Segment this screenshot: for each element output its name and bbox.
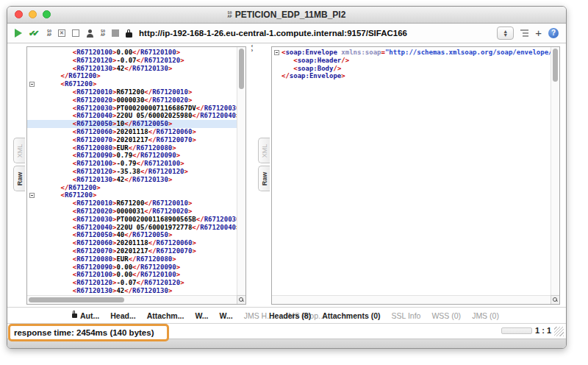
xml-line[interactable]: <R671200> xyxy=(27,80,237,88)
xml-line[interactable]: <R67120120>-0.07</R67120120> xyxy=(27,279,237,287)
help-button[interactable]: ? xyxy=(548,28,559,38)
xml-line[interactable]: <R67120130>42</R67120130> xyxy=(27,176,237,184)
side-tab-xml[interactable]: XML xyxy=(13,138,25,163)
validate-icon[interactable]: ✔✔ xyxy=(29,29,40,38)
request-xml-editor[interactable]: <R67120100>0.00</R67120100> <R67120120>-… xyxy=(26,46,246,305)
xml-line[interactable]: <R67120070>20201217</R67120070> xyxy=(27,247,237,255)
response-side-tabs: XMLRaw xyxy=(258,46,271,305)
soap-action-icon[interactable] xyxy=(47,29,51,37)
side-tab-raw[interactable]: Raw xyxy=(258,166,270,191)
collapse-handle-icon[interactable]: ‹› xyxy=(251,44,253,53)
image-box-icon[interactable]: ✕ xyxy=(58,29,65,37)
xml-line[interactable]: <soap:Envelope xmlns:soap="http://schema… xyxy=(272,49,551,57)
xml-line[interactable]: <R67120080>EUR</R67120080> xyxy=(27,255,237,263)
scroll-thumb[interactable] xyxy=(239,49,244,89)
fold-toggle-icon[interactable] xyxy=(274,50,279,55)
request-xml-code[interactable]: <R67120100>0.00</R67120100> <R67120120>-… xyxy=(27,49,237,296)
xml-line[interactable]: <soap:Header/> xyxy=(272,57,551,65)
response-bottom-tabs: Headers (8)Attachments (0)SSL InfoWSS (0… xyxy=(269,308,499,323)
xml-line[interactable]: <R67120080>EUR</R67120080> xyxy=(27,144,237,152)
xml-line[interactable]: <R67120070>20201217</R67120070> xyxy=(27,136,237,144)
xml-line[interactable]: </soap:Envelope> xyxy=(272,72,551,80)
xml-line[interactable]: <R67120090>0.00</R67120090> xyxy=(27,263,237,272)
gray-square-icon[interactable] xyxy=(112,29,119,37)
xml-line[interactable]: <R671200> xyxy=(27,191,237,199)
xml-line[interactable]: <R67120100>0.00</R67120100> xyxy=(27,49,237,57)
xml-line[interactable]: <soap:Body/> xyxy=(272,65,551,73)
request-side-tabs: XMLRaw xyxy=(13,46,26,305)
xml-line[interactable]: <R67120120>-35.38</R67120120> xyxy=(27,168,237,176)
xml-line[interactable]: <R67120050>40</R67120050> xyxy=(27,231,237,239)
user-icon[interactable] xyxy=(86,29,94,38)
side-tab-raw[interactable]: Raw xyxy=(13,166,25,191)
tab-wss-0[interactable]: WSS (0) xyxy=(431,311,461,320)
response-time-text: response time: 2454ms (140 bytes) xyxy=(14,328,154,337)
xml-line[interactable]: <R67120130>42</R67120130> xyxy=(27,65,237,73)
xml-line[interactable]: <R67120060>20201118</R67120060> xyxy=(27,128,237,136)
xml-line[interactable]: <R67120010>R671200</R67120010> xyxy=(27,88,237,96)
xml-line[interactable]: <R67120010>R671200</R67120010> xyxy=(27,199,237,208)
endpoint-url[interactable]: http://ip-192-168-1-26.eu-central-1.comp… xyxy=(139,29,407,38)
tab-w[interactable]: W... xyxy=(220,311,233,320)
empty-box-icon[interactable] xyxy=(72,29,79,37)
lock-icon xyxy=(72,313,77,318)
window-title: PETICION_EDP_11MB_PI2 xyxy=(235,10,346,20)
progress-bar xyxy=(501,327,532,334)
tab-headers-8[interactable]: Headers (8) xyxy=(269,311,311,320)
xml-line[interactable]: <R67120020>0000031</R67120020> xyxy=(27,208,237,216)
bottom-tabs-row: Aut...Head...Attachm...W...W...JMS H...J… xyxy=(7,307,566,324)
tab-w[interactable]: W... xyxy=(195,311,208,320)
soap-icon[interactable] xyxy=(101,29,105,37)
response-vertical-scrollbar[interactable] xyxy=(551,47,559,296)
xml-line[interactable]: <R67120040>220U 05/60001972778</R6712004… xyxy=(27,224,237,232)
request-vertical-scrollbar[interactable] xyxy=(237,47,245,296)
resize-grip[interactable] xyxy=(554,327,564,336)
xml-line[interactable]: <R67120030>PT0002000071166867DV</R671200… xyxy=(27,104,237,113)
tab-head[interactable]: Head... xyxy=(110,311,135,320)
xml-line[interactable]: <R67120120>-0.07</R67120120> xyxy=(27,57,237,65)
xml-line[interactable]: <R67120100>0.00</R67120100> xyxy=(27,271,237,279)
soapui-request-window: PETICION_EDP_11MB_PI2 ✔✔ ✕ http://ip-192… xyxy=(7,6,567,349)
window-titlebar[interactable]: PETICION_EDP_11MB_PI2 xyxy=(7,7,566,24)
xml-line[interactable]: </R671200> xyxy=(27,72,237,80)
xml-line[interactable]: <R67120020>0000030</R67120020> xyxy=(27,96,237,104)
scroll-thumb[interactable] xyxy=(29,297,124,302)
tab-attachments-0[interactable]: Attachments (0) xyxy=(322,311,380,320)
magnifier-icon[interactable] xyxy=(237,295,245,304)
xml-line[interactable]: </R671200> xyxy=(27,184,237,192)
request-toolbar: ✔✔ ✕ http://ip-192-168-1-26.eu-central-1… xyxy=(7,24,566,43)
split-divider[interactable]: ‹› xyxy=(246,46,258,305)
submit-request-button[interactable] xyxy=(15,29,22,38)
response-xml-editor[interactable]: <soap:Envelope xmlns:soap="http://schema… xyxy=(271,46,560,305)
xml-line[interactable]: <R67120030>PT00020001168900565B</R671200… xyxy=(27,216,237,224)
endpoint-lock-icon xyxy=(126,32,132,38)
response-xml-code[interactable]: <soap:Envelope xmlns:soap="http://schema… xyxy=(272,49,551,296)
tab-aut[interactable]: Aut... xyxy=(72,311,99,320)
request-horizontal-scrollbar[interactable] xyxy=(27,295,237,304)
layout-tree-icon[interactable] xyxy=(520,29,528,37)
tab-ssl-info[interactable]: SSL Info xyxy=(392,311,421,320)
endpoint-stepper[interactable]: ▲▼ xyxy=(497,26,514,40)
soapui-window-icon xyxy=(228,11,232,18)
fold-toggle-icon[interactable] xyxy=(29,82,35,87)
xml-line[interactable]: <R67120050>10</R67120050> xyxy=(27,120,237,128)
xml-line[interactable]: <R67120060>20201118</R67120060> xyxy=(27,239,237,247)
tab-attachm[interactable]: Attachm... xyxy=(147,311,184,320)
magnifier-icon[interactable] xyxy=(551,295,559,304)
side-tab-xml[interactable]: XML xyxy=(258,138,270,163)
tab-jms-0[interactable]: JMS (0) xyxy=(472,311,499,320)
xml-line[interactable]: <R67120100>-0.79</R67120100> xyxy=(27,160,237,168)
response-horizontal-scrollbar[interactable] xyxy=(272,295,551,304)
xml-line[interactable]: <R67120130>42</R67120130> xyxy=(27,287,237,295)
editor-split-area: XMLRaw <R67120100>0.00</R67120100> <R671… xyxy=(7,43,566,307)
xml-line[interactable]: <R67120040>220U 05/60002025980</R6712004… xyxy=(27,112,237,120)
status-bar: response time: 2454ms (140 bytes) 1 : 1 xyxy=(7,324,566,339)
fold-toggle-icon[interactable] xyxy=(29,193,35,198)
scroll-thumb[interactable] xyxy=(553,49,558,82)
xml-line[interactable]: <R67120090>0.79</R67120090> xyxy=(27,152,237,160)
zoom-ratio: 1 : 1 xyxy=(535,326,551,335)
add-button[interactable]: + xyxy=(535,28,542,38)
response-time-highlight-box: response time: 2454ms (140 bytes) xyxy=(8,324,169,341)
